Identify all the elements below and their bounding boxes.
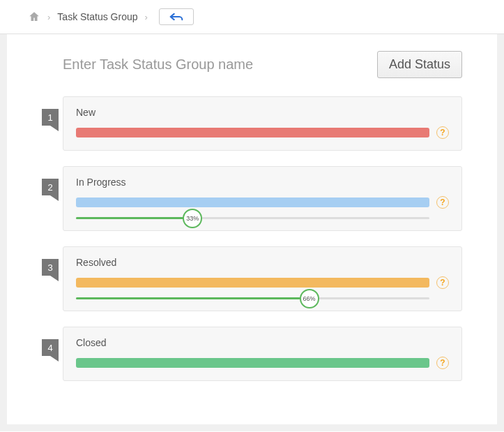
home-icon[interactable] bbox=[28, 10, 40, 23]
status-color-bar bbox=[76, 198, 429, 207]
step-badge: 3 bbox=[42, 259, 59, 276]
status-color-bar bbox=[76, 278, 429, 288]
status-card: New? bbox=[63, 96, 462, 151]
help-icon[interactable]: ? bbox=[436, 126, 449, 139]
add-status-button[interactable]: Add Status bbox=[377, 51, 462, 78]
status-row: 1New? bbox=[42, 96, 462, 151]
status-row: 4Closed? bbox=[42, 327, 462, 381]
step-badge: 1 bbox=[42, 109, 59, 126]
status-row: 2In Progress?33% bbox=[42, 166, 462, 231]
color-bar-row: ? bbox=[76, 276, 449, 289]
status-card: In Progress?33% bbox=[63, 166, 462, 231]
back-button[interactable] bbox=[159, 8, 194, 25]
status-name-input[interactable]: Resolved bbox=[76, 257, 449, 268]
slider-fill bbox=[76, 297, 310, 299]
status-name-input[interactable]: In Progress bbox=[76, 177, 449, 188]
slider-track: 33% bbox=[76, 217, 429, 219]
status-name-input[interactable]: New bbox=[76, 107, 449, 118]
help-icon[interactable]: ? bbox=[436, 276, 449, 289]
progress-slider[interactable]: 33% bbox=[76, 217, 449, 219]
status-list: 1New?2In Progress?33%3Resolved?66%4Close… bbox=[42, 96, 462, 381]
reply-arrow-icon bbox=[169, 12, 183, 22]
progress-slider[interactable]: 66% bbox=[76, 297, 449, 299]
slider-handle[interactable]: 66% bbox=[300, 289, 319, 308]
breadcrumb: › Task Status Group › bbox=[0, 0, 504, 34]
color-bar-row: ? bbox=[76, 357, 449, 369]
status-name-input[interactable]: Closed bbox=[76, 337, 449, 348]
slider-track: 66% bbox=[76, 297, 429, 299]
step-badge: 4 bbox=[42, 339, 59, 356]
help-icon[interactable]: ? bbox=[436, 196, 449, 209]
status-card: Closed? bbox=[63, 327, 462, 381]
slider-handle[interactable]: 33% bbox=[183, 209, 202, 228]
status-card: Resolved?66% bbox=[63, 246, 462, 311]
help-icon[interactable]: ? bbox=[436, 357, 449, 369]
slider-fill bbox=[76, 217, 192, 219]
status-color-bar bbox=[76, 358, 429, 368]
chevron-right-icon: › bbox=[47, 12, 50, 22]
step-badge: 2 bbox=[42, 179, 59, 195]
breadcrumb-label[interactable]: Task Status Group bbox=[57, 11, 137, 22]
chevron-right-icon: › bbox=[145, 12, 148, 22]
status-color-bar bbox=[76, 128, 429, 137]
group-name-input[interactable] bbox=[63, 57, 377, 73]
status-row: 3Resolved?66% bbox=[42, 246, 462, 311]
color-bar-row: ? bbox=[76, 126, 449, 139]
color-bar-row: ? bbox=[76, 196, 449, 209]
header-row: Add Status bbox=[63, 51, 462, 78]
